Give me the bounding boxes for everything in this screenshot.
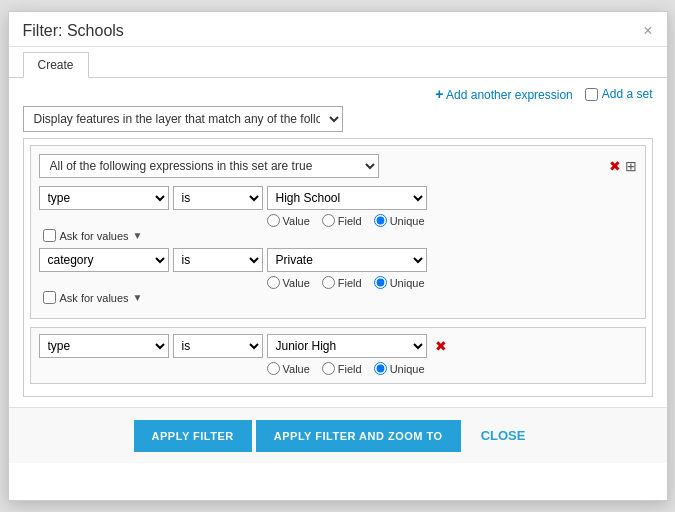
add-set-wrap: Add a set (585, 87, 653, 101)
apply-filter-zoom-button[interactable]: APPLY FILTER AND ZOOM TO (256, 420, 461, 452)
expr-field-standalone[interactable]: type (39, 334, 169, 358)
radio-field-label-1-2[interactable]: Field (322, 276, 362, 289)
apply-filter-button[interactable]: APPLY FILTER (134, 420, 252, 452)
radio-field-1-2[interactable] (322, 276, 335, 289)
expr-op-standalone[interactable]: is is not (173, 334, 263, 358)
radio-value-label-1-1[interactable]: Value (267, 214, 310, 227)
ask-values-checkbox-1-1[interactable] (43, 229, 56, 242)
match-dropdown[interactable]: Display features in the layer that match… (23, 106, 343, 132)
close-button[interactable]: CLOSE (465, 418, 542, 453)
expr-field-1-2[interactable]: category (39, 248, 169, 272)
tab-bar: Create (9, 51, 667, 78)
ask-values-checkbox-1-2[interactable] (43, 291, 56, 304)
ask-row-1-2: Ask for values ▼ (43, 291, 637, 304)
match-row: Display features in the layer that match… (23, 106, 653, 132)
expr-val-1-2[interactable]: Private (267, 248, 427, 272)
dialog-title: Filter: Schools (23, 22, 124, 40)
radio-field-label-standalone[interactable]: Field (322, 362, 362, 375)
set-title-select-1[interactable]: All of the following expressions in this… (39, 154, 379, 178)
expr-val-1-1[interactable]: High School (267, 186, 427, 210)
remove-standalone-icon[interactable]: ✖ (435, 338, 447, 354)
main-content: Display features in the layer that match… (9, 106, 667, 407)
expr-row-standalone: type is is not Junior High ✖ (39, 334, 637, 358)
dialog-header: Filter: Schools × (9, 12, 667, 47)
expr-op-1-2[interactable]: is is not (173, 248, 263, 272)
set-header-1: All of the following expressions in this… (39, 154, 637, 178)
dialog-close-x[interactable]: × (643, 23, 652, 39)
radio-row-1-2: Value Field Unique (267, 276, 637, 289)
expr-row-1-2: category is is not Private (39, 248, 637, 272)
expr-field-1-1[interactable]: type (39, 186, 169, 210)
radio-value-1-2[interactable] (267, 276, 280, 289)
add-set-checkbox[interactable] (585, 88, 598, 101)
plus-icon: + (435, 86, 443, 102)
ask-values-label-1-1: Ask for values (60, 230, 129, 242)
ask-values-chevron-1-1[interactable]: ▼ (133, 230, 143, 241)
radio-unique-label-1-2[interactable]: Unique (374, 276, 425, 289)
footer: APPLY FILTER APPLY FILTER AND ZOOM TO CL… (9, 407, 667, 463)
radio-value-1-1[interactable] (267, 214, 280, 227)
filter-dialog: Filter: Schools × Create + Add another e… (8, 11, 668, 501)
radio-unique-label-standalone[interactable]: Unique (374, 362, 425, 375)
radio-value-label-standalone[interactable]: Value (267, 362, 310, 375)
single-expr-set: type is is not Junior High ✖ Value (30, 327, 646, 384)
radio-field-1-1[interactable] (322, 214, 335, 227)
radio-row-1-1: Value Field Unique (267, 214, 637, 227)
expression-set-1: All of the following expressions in this… (30, 145, 646, 319)
add-expression-link[interactable]: + Add another expression (435, 86, 573, 102)
set-icons-1: ✖ ⊞ (609, 158, 637, 174)
expr-op-1-1[interactable]: is is not (173, 186, 263, 210)
radio-value-label-1-2[interactable]: Value (267, 276, 310, 289)
add-set-label[interactable]: Add a set (602, 87, 653, 101)
scrollable-area[interactable]: All of the following expressions in this… (23, 138, 653, 397)
ask-values-chevron-1-2[interactable]: ▼ (133, 292, 143, 303)
radio-field-label-1-1[interactable]: Field (322, 214, 362, 227)
remove-set-icon[interactable]: ✖ (609, 158, 621, 174)
radio-value-standalone[interactable] (267, 362, 280, 375)
toolbar: + Add another expression Add a set (9, 78, 667, 106)
radio-field-standalone[interactable] (322, 362, 335, 375)
tab-create[interactable]: Create (23, 52, 89, 78)
radio-unique-1-2[interactable] (374, 276, 387, 289)
expr-val-standalone[interactable]: Junior High (267, 334, 427, 358)
radio-unique-label-1-1[interactable]: Unique (374, 214, 425, 227)
ask-row-1-1: Ask for values ▼ (43, 229, 637, 242)
expr-row-1-1: type is is not High School (39, 186, 637, 210)
radio-unique-1-1[interactable] (374, 214, 387, 227)
add-to-set-icon[interactable]: ⊞ (625, 158, 637, 174)
radio-unique-standalone[interactable] (374, 362, 387, 375)
ask-values-label-1-2: Ask for values (60, 292, 129, 304)
radio-row-standalone: Value Field Unique (267, 362, 637, 375)
